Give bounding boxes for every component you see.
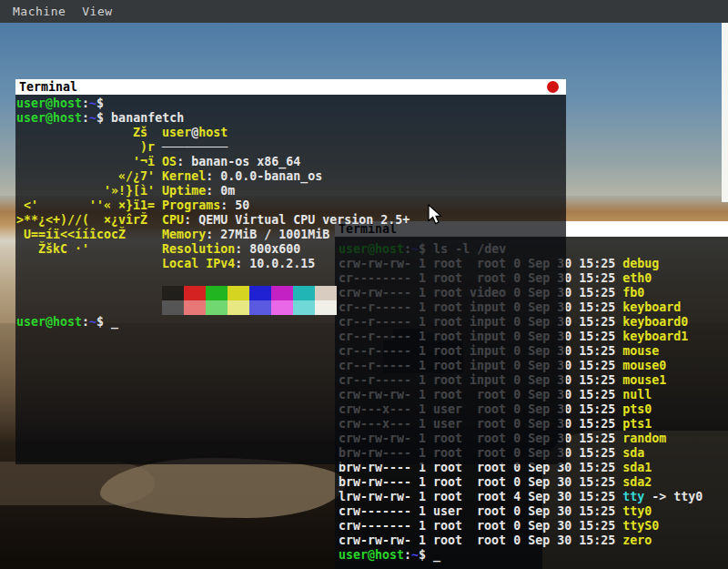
palette-color-block <box>293 286 315 300</box>
terminal1-row: user@host:~$ bananfetch <box>16 111 566 126</box>
terminal1-row: Local IPv4: 10.0.2.15 <box>16 257 566 271</box>
palette-color-block <box>184 286 206 300</box>
terminal1-row: >**¿<+)//( ×¿vîrŽ CPU: QEMU Virtual CPU … <box>16 213 566 228</box>
palette-color-block <box>228 300 249 315</box>
device-list-row: crw-rw-rw- 1 root root 0 Sep 30 15:25 ze… <box>339 533 728 548</box>
close-button-icon[interactable] <box>547 81 559 93</box>
terminal1-row: '»!}[ì' Uptime: 0m <box>16 184 566 198</box>
menu-item-view[interactable]: View <box>82 0 112 23</box>
terminal1-title: Terminal <box>19 80 77 94</box>
palette-color-block <box>315 286 337 300</box>
device-list-row: crw------- 1 root root 0 Sep 30 15:25 tt… <box>339 519 728 533</box>
menu-item-machine[interactable]: Machine <box>13 0 66 23</box>
terminal1-title-bar[interactable]: Terminal <box>15 79 566 95</box>
terminal1-row <box>16 271 566 286</box>
device-list-row: crw------- 1 user root 0 Sep 30 15:25 tt… <box>339 504 728 519</box>
palette-color-block <box>249 286 271 300</box>
terminal1-row: user@host:~$ _ <box>16 315 566 330</box>
terminal1-row: <' ''« ×}ï1= Programs: 50 <box>16 198 566 213</box>
palette-color-block <box>184 300 206 315</box>
terminal1-row: Zš user@host <box>16 126 566 140</box>
terminal1-row: U==íï<<ííîcocŽ Memory: 27MiB / 1001MiB <box>16 228 566 242</box>
terminal2-row: user@host:~$ _ <box>339 548 728 563</box>
terminal1-row: )r ───────── <box>16 140 566 155</box>
device-list-row: brw-rw---- 1 root root 0 Sep 30 15:25 sd… <box>339 475 728 490</box>
palette-color-block <box>315 300 337 315</box>
terminal1-row: «/¿7' Kernel: 0.0.0-banan_os <box>16 169 566 184</box>
palette-color-block <box>293 300 315 315</box>
vm-menu-bar: Machine View <box>0 0 728 23</box>
virtual-machine-screen: Machine View Terminal user@host:~$ ls -l… <box>0 0 728 569</box>
palette-color-block <box>162 286 184 300</box>
terminal1-row <box>16 286 566 300</box>
terminal1-row: '¬ï OS: banan-os x86_64 <box>16 155 566 169</box>
palette-color-block <box>271 300 293 315</box>
palette-color-block <box>249 300 271 315</box>
terminal1-row: user@host:~$ <box>16 97 566 111</box>
palette-color-block <box>228 286 249 300</box>
device-list-row: lrw-rw-rw- 1 root root 4 Sep 30 15:25 tt… <box>339 490 728 504</box>
palette-color-block <box>206 286 228 300</box>
terminal1-row: ŽškC ·' Resolution: 800x600 <box>16 242 566 257</box>
mouse-cursor-icon <box>428 204 446 226</box>
terminal1-content[interactable]: user@host:~$user@host:~$ bananfetch Zš u… <box>15 95 566 464</box>
terminal-window-bananfetch: Terminal user@host:~$user@host:~$ bananf… <box>15 79 566 464</box>
palette-color-block <box>271 286 293 300</box>
palette-color-block <box>206 300 228 315</box>
palette-color-block <box>162 300 184 315</box>
terminal1-row <box>16 300 566 315</box>
wallpaper-edge-strip <box>722 0 728 202</box>
wallpaper-sand-patch <box>100 458 346 518</box>
